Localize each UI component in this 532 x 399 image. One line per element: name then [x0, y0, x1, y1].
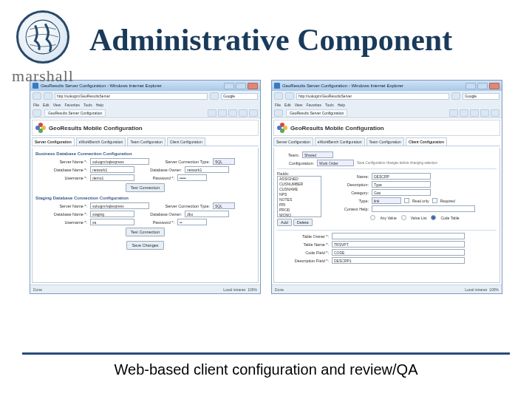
feeds-button[interactable] [218, 109, 227, 117]
menu-help[interactable]: Help [96, 103, 103, 107]
search-box[interactable]: Google [221, 93, 258, 100]
table-owner-input[interactable] [332, 233, 465, 239]
pass-input[interactable]: ••••• [177, 174, 207, 181]
menu-view[interactable]: View [53, 103, 61, 107]
maximize-button[interactable] [236, 83, 246, 89]
s-server-input[interactable]: sokogm/sqlexpress [90, 202, 149, 209]
menu-edit[interactable]: Edit [284, 103, 291, 107]
forward-button[interactable] [44, 92, 52, 100]
radio-any[interactable] [370, 215, 375, 220]
server-name-label: Server Name *: [35, 160, 87, 164]
maximize-button[interactable] [477, 83, 488, 89]
menu-help[interactable]: Help [338, 103, 345, 107]
required-label: Required [440, 199, 455, 203]
readonly-checkbox[interactable] [404, 198, 409, 203]
radio-codetable[interactable] [431, 215, 436, 220]
minimize-button[interactable] [224, 83, 234, 89]
desc-field-label: Description Field *: [277, 259, 329, 263]
print-button[interactable] [470, 109, 479, 117]
s-dbname-input[interactable]: staging [90, 211, 134, 217]
menu-favorites[interactable]: Favorites [306, 103, 321, 107]
address-bar[interactable]: http://sokogm/GeoResultsServer [296, 93, 449, 100]
tab-team-config[interactable]: Team Configuration [127, 137, 165, 146]
s-user-input[interactable]: sa [90, 219, 134, 225]
db-name-input[interactable]: network1 [90, 166, 134, 173]
desc-field-input[interactable]: DESCRP1 [332, 257, 465, 264]
add-button[interactable]: Add [277, 219, 292, 226]
favorites-button[interactable] [33, 109, 41, 117]
home-button[interactable] [208, 109, 216, 117]
db-owner-input[interactable]: network1 [185, 166, 229, 173]
tab-team-config[interactable]: Team Configuration [366, 137, 404, 146]
favorites-button[interactable] [274, 109, 283, 117]
refresh-button[interactable] [210, 92, 219, 100]
tools-button[interactable] [249, 109, 258, 117]
table-name-input[interactable]: TRSVPT [332, 241, 465, 248]
conn-type-select[interactable]: SQL [213, 158, 235, 165]
back-button[interactable] [33, 92, 41, 100]
nav-toolbar: http://sokogm/GeoResultsServer Google [30, 91, 260, 101]
menu-view[interactable]: View [295, 103, 303, 107]
status-bar: Done Local intranet 100% [272, 284, 502, 293]
menu-file[interactable]: File [275, 103, 281, 107]
desc-input[interactable]: Type [372, 181, 431, 188]
forward-button[interactable] [285, 92, 294, 100]
required-checkbox[interactable] [432, 198, 437, 203]
table-owner-label: Table Owner *: [277, 234, 329, 239]
user-input[interactable]: demo1 [90, 174, 134, 181]
config-select[interactable]: Work Order [317, 160, 354, 166]
context-input[interactable] [372, 205, 475, 212]
browser-tab[interactable]: GeoResults Server Configuration [44, 109, 106, 117]
tab-eworkbench[interactable]: eWorkBench Configuration [76, 137, 126, 146]
ie-icon [274, 83, 280, 89]
team-select[interactable]: Shared [302, 151, 333, 158]
menu-file[interactable]: File [33, 103, 39, 107]
s-owner-input[interactable]: dbo [185, 211, 229, 217]
svg-point-0 [26, 20, 60, 54]
search-box[interactable]: Google [463, 93, 499, 100]
print-button[interactable] [228, 109, 237, 117]
name-input[interactable]: DESCRP [372, 173, 431, 180]
s-conn-label: Server Connection Type: [152, 204, 210, 208]
minimize-button[interactable] [466, 83, 476, 89]
back-button[interactable] [274, 92, 283, 100]
delete-button[interactable]: Delete [293, 219, 313, 226]
tab-client-config[interactable]: Client Configuration [406, 137, 447, 146]
browser-tabs: GeoResults Server Configuration [272, 109, 502, 118]
home-button[interactable] [449, 109, 458, 117]
test-connection-button[interactable]: Test Connection [126, 183, 165, 192]
page-button[interactable] [480, 109, 489, 117]
tools-button[interactable] [491, 109, 499, 117]
page-button[interactable] [239, 109, 248, 117]
radio-valuelist[interactable] [401, 215, 406, 220]
cat-input[interactable]: Gas [372, 189, 431, 196]
test-connection-button-2[interactable]: Test Connection [126, 228, 165, 236]
tab-eworkbench[interactable]: eWorkBench Configuration [315, 137, 365, 146]
feeds-button[interactable] [460, 109, 468, 117]
menu-tools[interactable]: Tools [325, 103, 334, 107]
code-field-input[interactable]: CODE [332, 249, 465, 256]
menu-favorites[interactable]: Favorites [64, 103, 80, 107]
app-title: GeoResults Mobile Configuration [290, 125, 384, 132]
code-field-label: Code Field *: [277, 250, 329, 255]
close-button[interactable] [248, 83, 258, 89]
server-name-input[interactable]: sokogm/sqlexpress [90, 158, 149, 165]
address-bar[interactable]: http://sokogm/GeoResultsServer [55, 93, 208, 100]
menu-tools[interactable]: Tools [83, 103, 92, 107]
close-button[interactable] [489, 83, 499, 89]
tab-server-config[interactable]: Server Configuration [273, 137, 313, 146]
menu-edit[interactable]: Edit [43, 103, 50, 107]
refresh-button[interactable] [451, 92, 460, 100]
slide-caption: Web-based client configuration and revie… [0, 361, 532, 378]
window-title: GeoResults Server Configuration - Window… [282, 83, 466, 88]
s-conn-select[interactable]: SQL [213, 202, 235, 209]
fields-listbox[interactable]: ASSIGNED CUSNUMBER CUSNAME NPS NOTES PRI… [277, 176, 321, 217]
type-label: Type: [333, 199, 369, 203]
type-select[interactable]: link [372, 197, 401, 204]
menu-bar: File Edit View Favorites Tools Help [30, 101, 260, 109]
save-changes-button[interactable]: Save Changes [126, 241, 163, 250]
tab-server-config[interactable]: Server Configuration [32, 137, 75, 146]
browser-tab[interactable]: GeoResults Server Configuration [286, 109, 347, 117]
s-pass-input[interactable]: •• [177, 219, 207, 225]
tab-client-config[interactable]: Client Configuration [167, 137, 205, 146]
